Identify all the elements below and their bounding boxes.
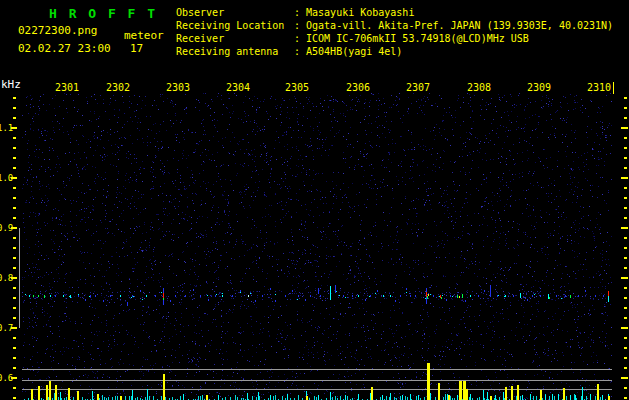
freq-minor-tick bbox=[13, 187, 16, 189]
freq-minor-tick bbox=[624, 287, 627, 289]
datetime-label: 02.02.27 23:00 bbox=[18, 42, 111, 55]
freq-minor-tick bbox=[13, 347, 16, 349]
info-value: : A504HB(yagi 4el) bbox=[294, 46, 402, 57]
time-tick-label: 2308 bbox=[466, 82, 492, 93]
freq-minor-tick bbox=[624, 297, 627, 299]
freq-minor-tick bbox=[624, 147, 627, 149]
freq-minor-tick bbox=[13, 107, 16, 109]
freq-minor-tick bbox=[624, 197, 627, 199]
freq-major-tick bbox=[11, 277, 17, 279]
freq-major-tick bbox=[11, 177, 17, 179]
freq-axis-unit-label: kHz bbox=[1, 78, 21, 91]
output-filename-label: 02272300.png bbox=[18, 24, 97, 37]
freq-minor-tick bbox=[13, 147, 16, 149]
time-tick-label: 2304 bbox=[225, 82, 251, 93]
freq-minor-tick bbox=[624, 237, 627, 239]
freq-minor-tick bbox=[624, 247, 627, 249]
time-tick-label: 2307 bbox=[405, 82, 431, 93]
freq-minor-tick bbox=[624, 257, 627, 259]
freq-minor-tick bbox=[13, 237, 16, 239]
info-value: : Masayuki Kobayashi bbox=[294, 7, 414, 18]
freq-minor-tick bbox=[13, 297, 16, 299]
time-tick-label: 2305 bbox=[284, 82, 310, 93]
freq-minor-tick bbox=[624, 317, 627, 319]
time-tick-label: 2309 bbox=[526, 82, 552, 93]
band-range-marker bbox=[19, 228, 20, 328]
freq-minor-tick bbox=[624, 367, 627, 369]
freq-minor-tick bbox=[13, 117, 16, 119]
freq-minor-tick bbox=[624, 307, 627, 309]
spectrogram-canvas bbox=[22, 93, 612, 400]
info-label: Receiving Location bbox=[176, 19, 294, 32]
freq-minor-tick bbox=[624, 157, 627, 159]
freq-minor-tick bbox=[624, 97, 627, 99]
freq-major-tick bbox=[11, 327, 17, 329]
freq-minor-tick bbox=[624, 347, 627, 349]
freq-major-tick bbox=[621, 277, 628, 279]
freq-minor-tick bbox=[13, 207, 16, 209]
info-row: Receiver: ICOM IC-706mkII 53.74918(@LCD)… bbox=[176, 32, 613, 45]
time-tick-label: 2306 bbox=[345, 82, 371, 93]
freq-minor-tick bbox=[624, 217, 627, 219]
time-tick-label: 2302 bbox=[105, 82, 131, 93]
freq-minor-tick bbox=[13, 387, 16, 389]
freq-major-tick bbox=[621, 177, 628, 179]
freq-minor-tick bbox=[624, 267, 627, 269]
info-label: Observer bbox=[176, 6, 294, 19]
freq-minor-tick bbox=[13, 167, 16, 169]
info-row: Receiving Location: Ogata-vill. Akita-Pr… bbox=[176, 19, 613, 32]
info-value: : Ogata-vill. Akita-Pref. JAPAN (139.930… bbox=[294, 20, 613, 31]
freq-minor-tick bbox=[624, 187, 627, 189]
freq-major-tick bbox=[621, 377, 628, 379]
freq-minor-tick bbox=[624, 137, 627, 139]
freq-minor-tick bbox=[13, 247, 16, 249]
freq-minor-tick bbox=[13, 317, 16, 319]
freq-major-tick bbox=[11, 227, 17, 229]
freq-minor-tick bbox=[13, 337, 16, 339]
info-label: Receiving antenna bbox=[176, 45, 294, 58]
info-label: Receiver bbox=[176, 32, 294, 45]
freq-minor-tick bbox=[624, 397, 627, 399]
freq-minor-tick bbox=[13, 267, 16, 269]
time-tick-label: 2303 bbox=[165, 82, 191, 93]
time-tick-label: 2310 bbox=[586, 82, 612, 93]
freq-minor-tick bbox=[624, 207, 627, 209]
freq-minor-tick bbox=[13, 287, 16, 289]
info-value: : ICOM IC-706mkII 53.74918(@LCD)MHz USB bbox=[294, 33, 529, 44]
freq-minor-tick bbox=[13, 197, 16, 199]
meteor-count-value: 17 bbox=[130, 42, 143, 55]
freq-major-tick bbox=[621, 227, 628, 229]
time-tick-label: 2301 bbox=[54, 82, 80, 93]
hrofft-screen: H R O F F T 02272300.png meteor 02.02.27… bbox=[0, 0, 629, 400]
freq-major-tick bbox=[621, 327, 628, 329]
freq-minor-tick bbox=[624, 167, 627, 169]
freq-major-tick bbox=[11, 377, 17, 379]
freq-minor-tick bbox=[13, 397, 16, 399]
freq-minor-tick bbox=[13, 357, 16, 359]
freq-minor-tick bbox=[13, 367, 16, 369]
freq-minor-tick bbox=[13, 307, 16, 309]
freq-minor-tick bbox=[624, 357, 627, 359]
freq-minor-tick bbox=[624, 387, 627, 389]
freq-minor-tick bbox=[13, 217, 16, 219]
freq-minor-tick bbox=[624, 337, 627, 339]
freq-major-tick bbox=[11, 127, 17, 129]
freq-minor-tick bbox=[13, 97, 16, 99]
freq-major-tick bbox=[621, 127, 628, 129]
freq-minor-tick bbox=[624, 107, 627, 109]
freq-minor-tick bbox=[13, 157, 16, 159]
mode-label: meteor bbox=[124, 29, 164, 42]
time-axis-end-tick bbox=[613, 82, 614, 94]
freq-minor-tick bbox=[624, 117, 627, 119]
observer-info-block: Observer: Masayuki KobayashiReceiving Lo… bbox=[176, 6, 613, 58]
info-row: Receiving antenna: A504HB(yagi 4el) bbox=[176, 45, 613, 58]
app-title: H R O F F T bbox=[49, 6, 157, 21]
freq-minor-tick bbox=[13, 137, 16, 139]
info-row: Observer: Masayuki Kobayashi bbox=[176, 6, 613, 19]
freq-minor-tick bbox=[13, 257, 16, 259]
